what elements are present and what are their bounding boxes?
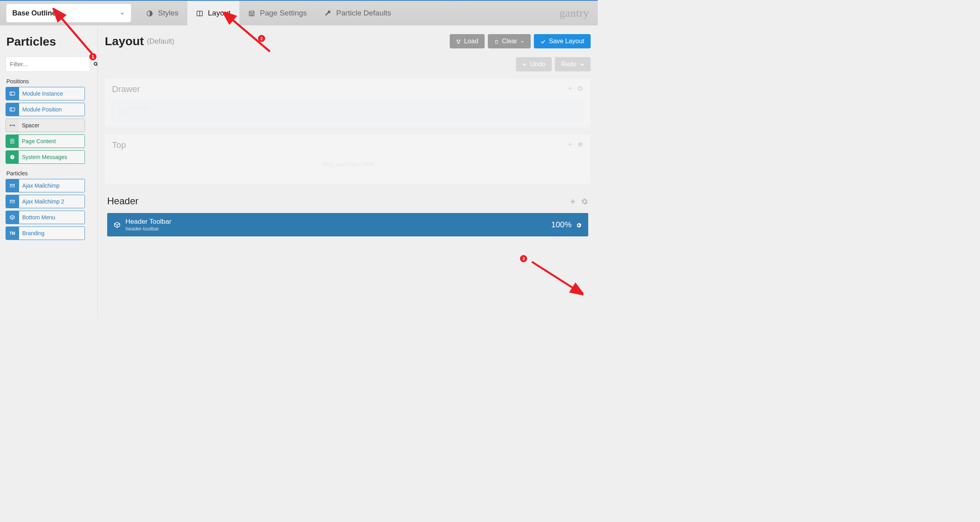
particle-ajax-mailchimp-2[interactable]: Ajax Mailchimp 2 xyxy=(6,195,85,208)
trash-icon xyxy=(494,38,499,44)
svg-point-34 xyxy=(574,111,576,112)
particle-branding[interactable]: TM Branding xyxy=(6,226,85,240)
arrow-left-icon xyxy=(522,61,527,68)
module-position-icon xyxy=(6,103,19,116)
svg-rect-20 xyxy=(12,158,12,158)
particle-system-messages[interactable]: System Messages xyxy=(6,150,85,164)
drop-zone[interactable]: drop particles here xyxy=(112,150,583,178)
section-drawer: Drawer Drawer drawer 100% xyxy=(105,79,591,127)
load-button[interactable]: Load xyxy=(450,34,485,48)
plus-icon[interactable] xyxy=(567,140,573,148)
sidebar-title: Particles xyxy=(6,35,92,48)
tab-layout-label: Layout xyxy=(208,9,231,17)
tab-styles[interactable]: Styles xyxy=(137,1,187,25)
svg-point-37 xyxy=(578,142,583,147)
page-content-icon xyxy=(6,135,19,148)
particle-module-instance[interactable]: Module Instance xyxy=(6,87,85,100)
check-icon xyxy=(540,38,546,44)
particle-ajax-mailchimp[interactable]: Ajax Mailchimp xyxy=(6,179,85,192)
plus-icon[interactable] xyxy=(567,84,573,92)
outline-dropdown[interactable]: Base Outline xyxy=(6,4,131,22)
tab-particle-defaults-label: Particle Defaults xyxy=(336,9,391,17)
save-layout-button[interactable]: Save Layout xyxy=(534,34,591,48)
redo-button[interactable]: Redo xyxy=(555,57,591,71)
wrench-icon xyxy=(324,9,331,17)
section-top-title: Top xyxy=(112,140,583,150)
search-icon[interactable] xyxy=(89,61,98,68)
envelope-icon xyxy=(6,179,19,192)
gear-icon[interactable] xyxy=(576,220,582,229)
svg-point-26 xyxy=(459,40,460,41)
svg-point-7 xyxy=(94,63,97,65)
particle-page-content[interactable]: Page Content xyxy=(6,134,85,148)
drawer-slot[interactable]: Drawer drawer 100% xyxy=(112,100,583,122)
particle-spacer[interactable]: Spacer xyxy=(6,119,85,132)
outline-dropdown-label: Base Outline xyxy=(12,9,56,17)
top-nav: Base Outline Styles Layout Page Settings… xyxy=(0,1,598,25)
gear-icon[interactable] xyxy=(577,84,583,92)
spacer-icon xyxy=(6,119,19,132)
plus-icon[interactable] xyxy=(569,197,576,206)
particle-module-position[interactable]: Module Position xyxy=(6,103,85,116)
section-header: Header Header Toolbar header-toolbar 100… xyxy=(105,196,591,236)
clear-button[interactable]: Clear xyxy=(488,34,531,48)
envelope-icon xyxy=(6,195,19,208)
page-icon xyxy=(248,9,255,17)
section-header-title: Header xyxy=(107,196,139,207)
chevron-down-icon xyxy=(520,38,524,45)
sidebar: Particles Positions Module Instance Modu… xyxy=(0,25,98,319)
filter-input[interactable] xyxy=(6,57,89,71)
tab-page-settings-label: Page Settings xyxy=(260,9,307,17)
filter-wrapper xyxy=(6,56,87,72)
undo-button[interactable]: Undo xyxy=(516,57,552,71)
gear-icon[interactable] xyxy=(577,140,583,148)
annotation-badge-2: 2 xyxy=(258,35,265,42)
tab-particle-defaults[interactable]: Particle Defaults xyxy=(316,1,400,25)
header-toolbar-slot[interactable]: Header Toolbar header-toolbar 100% xyxy=(107,213,588,236)
module-instance-icon xyxy=(6,87,19,100)
arrow-right-icon xyxy=(580,61,584,68)
chevron-down-icon xyxy=(119,10,125,17)
section-drawer-title: Drawer xyxy=(112,84,583,94)
svg-rect-11 xyxy=(10,108,15,111)
cube-icon xyxy=(114,221,125,228)
system-messages-icon xyxy=(6,151,19,163)
contrast-icon xyxy=(146,9,153,17)
particle-bottom-menu[interactable]: Bottom Menu xyxy=(6,211,85,224)
columns-icon xyxy=(196,9,203,17)
svg-rect-33 xyxy=(119,109,124,113)
particles-label: Particles xyxy=(6,170,92,177)
gantry-logo: gantry xyxy=(551,1,598,25)
gear-icon[interactable] xyxy=(581,197,588,206)
svg-rect-9 xyxy=(10,92,15,95)
gear-icon[interactable] xyxy=(572,107,578,115)
svg-point-25 xyxy=(457,40,458,41)
positions-label: Positions xyxy=(6,78,92,84)
cube-icon xyxy=(6,211,19,224)
annotation-badge-3: 3 xyxy=(520,255,527,262)
svg-rect-19 xyxy=(12,156,12,157)
branding-icon: TM xyxy=(6,227,19,240)
tab-styles-label: Styles xyxy=(158,9,179,17)
tab-page-settings[interactable]: Page Settings xyxy=(239,1,316,25)
page-title: Layout xyxy=(105,35,144,48)
branch-icon xyxy=(456,38,461,44)
page-subtitle: (Default) xyxy=(147,37,174,46)
module-icon xyxy=(118,107,129,115)
content-area: Layout (Default) Load Clear Save Layout xyxy=(98,25,598,319)
section-top: Top drop particles here xyxy=(105,134,591,184)
tab-layout[interactable]: Layout xyxy=(187,1,239,25)
annotation-badge-1: 1 xyxy=(89,53,96,60)
